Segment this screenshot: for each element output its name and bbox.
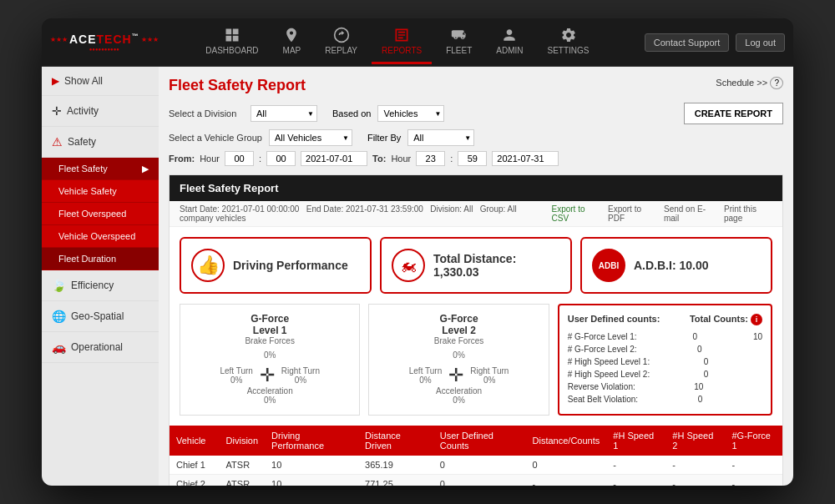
gforce-level2-subtitle: Brake Forces [377, 336, 539, 345]
gforce-level2-card: G-Force Level 2 Brake Forces 0% Left Tur… [368, 304, 549, 416]
sidebar-item-fleet-overspeed[interactable]: Fleet Overspeed [42, 203, 159, 225]
adbi-icon: ADBI [592, 249, 625, 282]
sidebar-item-geo-spatial[interactable]: 🌐 Geo-Spatial [42, 301, 159, 332]
schedule-link[interactable]: Schedule >> [716, 78, 767, 88]
contact-support-btn[interactable]: Contact Support [645, 33, 730, 52]
gforce-level1-subtitle: Brake Forces [189, 336, 351, 345]
top-bar: ★★★ ACETECH™ ★★★ ●●●●●●●●●● DASHBOARD MA… [42, 18, 793, 67]
gforce-level1-card: G-Force Level 1 Brake Forces 0% Left Tur… [180, 304, 360, 416]
table-row: Chief 1 ATSR 10 365.19 0 0 - - - [170, 456, 782, 475]
nav-reports[interactable]: REPORTS [372, 20, 432, 64]
gforce-cross-icon1: ✛ [260, 365, 275, 386]
to-label: To: [372, 154, 386, 164]
counts-row-4: Reverse Violation: 10 [568, 381, 762, 393]
thumbs-up-icon: 👍 [191, 249, 225, 282]
sidebar-item-fleet-duration[interactable]: Fleet Duration [42, 248, 159, 270]
export-pdf-btn[interactable]: Export to PDF [608, 204, 655, 223]
col-driving-performance: Driving Performance [265, 426, 358, 456]
nav-dashboard[interactable]: DASHBOARD [195, 20, 268, 64]
to-min-input[interactable] [458, 151, 487, 166]
send-email-btn[interactable]: Send on E-mail [664, 204, 716, 223]
filter-by-label: Filter By [367, 133, 401, 143]
gforce-level2-lr: Left Turn 0% ✛ Right Turn 0% [377, 365, 539, 386]
create-report-btn[interactable]: CREATE REPORT [684, 103, 783, 124]
sidebar-item-efficiency[interactable]: 🍃 Efficiency [42, 270, 159, 301]
vehicle-group-select-wrapper[interactable]: All Vehicles [269, 129, 352, 146]
sidebar-item-vehicle-overspeed[interactable]: Vehicle Overspeed [42, 225, 159, 248]
col-vehicle: Vehicle [170, 426, 220, 456]
gforce-section: G-Force Level 1 Brake Forces 0% Left Tur… [170, 304, 782, 426]
sidebar: ▶ Show All ✛ Activity ⚠ Safety Fleet Saf… [42, 67, 159, 486]
col-distance-counts: Distance/Counts [526, 426, 607, 456]
division-select[interactable]: All [250, 105, 317, 122]
filter-by-select[interactable]: All [407, 129, 474, 146]
summary-cards: 👍 Driving Performance 🏍 Total Distance: … [170, 227, 782, 304]
based-on-select-wrapper[interactable]: Vehicles [377, 105, 444, 122]
from-min-input[interactable] [266, 151, 296, 166]
gforce-cross-icon2: ✛ [448, 365, 463, 386]
from-label: From: [169, 154, 195, 164]
to-date-input[interactable] [492, 151, 559, 166]
gforce-level1-accel: Acceleration 0% [189, 386, 351, 405]
sidebar-item-safety[interactable]: ⚠ Safety [42, 127, 159, 158]
report-panel-header: Fleet Safety Report [170, 175, 782, 201]
logout-btn[interactable]: Log out [736, 33, 785, 52]
driving-performance-text: Driving Performance [233, 259, 348, 272]
sidebar-item-operational[interactable]: 🚗 Operational [42, 332, 159, 363]
card-adbi: ADBI A.D.B.I: 10.00 [580, 237, 772, 294]
col-hs1: #H Speed 1 [606, 426, 665, 456]
sidebar-item-show-all[interactable]: ▶ Show All [42, 67, 159, 96]
distance-icon: 🏍 [392, 249, 425, 282]
counts-header: User Defined counts: Total Counts: i [568, 314, 762, 325]
counts-row-0: # G-Force Level 1: 0 10 [568, 330, 762, 343]
gforce-level1-brake: 0% [189, 350, 351, 360]
col-distance-driven: Distance Driven [358, 426, 433, 456]
page-header: Fleet Safety Report Schedule >> ? [169, 77, 783, 94]
nav-admin[interactable]: ADMIN [486, 20, 533, 64]
hour-label-to: Hour [391, 154, 411, 164]
sidebar-item-fleet-safety[interactable]: Fleet Safety ▶ [42, 158, 159, 180]
svg-rect-2 [225, 36, 231, 42]
top-right-actions: Contact Support Log out [645, 33, 785, 52]
gforce-level1-title: G-Force Level 1 [189, 313, 351, 336]
counts-row-3: # High Speed Level 2: 0 [568, 368, 762, 381]
nav-settings[interactable]: SETTINGS [538, 20, 600, 64]
division-label: Select a Division [169, 108, 244, 118]
filter-row-2: Select a Vehicle Group All Vehicles Filt… [169, 129, 783, 146]
nav-replay[interactable]: REPLAY [315, 20, 367, 64]
sidebar-item-activity[interactable]: ✛ Activity [42, 96, 159, 127]
counts-row-1: # G-Force Level 2: 0 [568, 343, 762, 355]
filter-by-select-wrapper[interactable]: All [407, 129, 474, 146]
sidebar-item-vehicle-safety[interactable]: Vehicle Safety [42, 180, 159, 203]
counts-row-2: # High Speed Level 1: 0 [568, 355, 762, 368]
gforce-level2-brake: 0% [377, 350, 539, 360]
main-layout: ▶ Show All ✛ Activity ⚠ Safety Fleet Saf… [42, 67, 793, 486]
card-total-distance: 🏍 Total Distance: 1,330.03 [380, 237, 572, 294]
table-header: Vehicle Division Driving Performance Dis… [170, 426, 782, 456]
report-actions: Export to CSV Export to PDF Send on E-ma… [552, 204, 773, 223]
help-icon[interactable]: ? [770, 77, 783, 89]
to-hour-input[interactable] [416, 151, 445, 166]
nav-bar: DASHBOARD MAP REPLAY REPORTS FLEET ADMIN [150, 20, 645, 64]
info-badge: i [751, 314, 762, 325]
hour-label-from: Hour [200, 154, 220, 164]
from-hour-input[interactable] [225, 151, 254, 166]
filter-row-1: Select a Division All Based on Vehicles … [169, 103, 783, 124]
nav-map[interactable]: MAP [273, 20, 311, 64]
based-on-select[interactable]: Vehicles [377, 105, 444, 122]
data-table: Vehicle Division Driving Performance Dis… [170, 426, 782, 486]
table-row: Chief 2 ATSR 10 771.25 0 - - - - [170, 475, 782, 486]
adbi-text: A.D.B.I: 10.00 [634, 259, 708, 272]
col-gf1: #G-Force 1 [725, 426, 782, 456]
export-csv-btn[interactable]: Export to CSV [552, 204, 600, 223]
gforce-level1-lr: Left Turn 0% ✛ Right Turn 0% [189, 365, 351, 386]
from-date-input[interactable] [301, 151, 367, 166]
print-btn[interactable]: Print this page [724, 204, 772, 223]
col-user-defined: User Defined Counts [433, 426, 526, 456]
gforce-level2-title: G-Force Level 2 [377, 313, 539, 336]
division-select-wrapper[interactable]: All [250, 105, 317, 122]
vehicle-group-select[interactable]: All Vehicles [269, 129, 352, 146]
total-distance-text: Total Distance: 1,330.03 [433, 252, 560, 279]
table-body: Chief 1 ATSR 10 365.19 0 0 - - - Chief 2 [170, 456, 782, 486]
nav-fleet[interactable]: FLEET [436, 20, 482, 64]
